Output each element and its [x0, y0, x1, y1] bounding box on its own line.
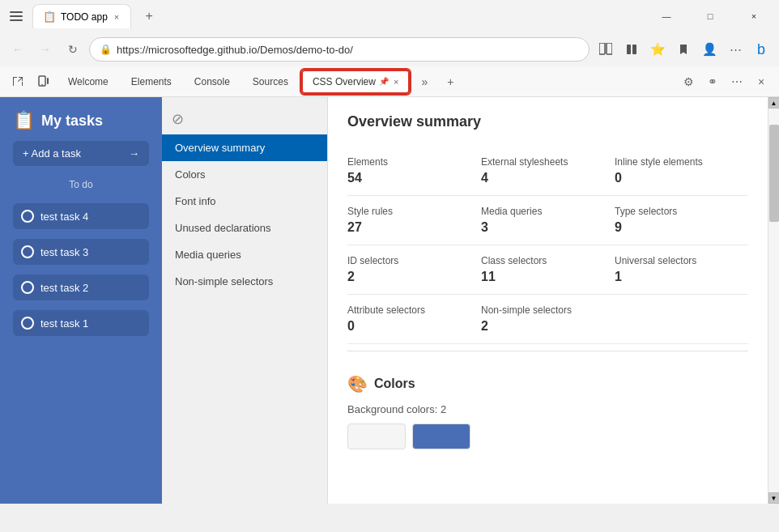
stat-class-selectors: Class selectors 11: [481, 245, 615, 295]
more-devtools-tabs-button[interactable]: »: [413, 70, 436, 93]
sidebar-toggle-icon[interactable]: [6, 6, 26, 26]
svg-rect-1: [10, 15, 23, 17]
svg-rect-4: [607, 43, 612, 54]
devtools-content: ⊘ Overview summary Colors Font info Unus…: [162, 97, 779, 504]
devtools-bar: Welcome Elements Console Sources CSS Ove…: [0, 66, 779, 97]
title-bar-left: [6, 6, 26, 26]
colors-section-title: Colors: [374, 377, 415, 391]
devtools-tab-welcome[interactable]: Welcome: [58, 70, 118, 94]
devtools-connect-button[interactable]: ⚭: [701, 70, 724, 93]
colors-section: 🎨 Colors Background colors: 2: [347, 364, 748, 449]
devtools-settings-button[interactable]: ⚙: [677, 70, 700, 93]
minimize-button[interactable]: —: [648, 4, 685, 28]
url-text: https://microsoftedge.github.io/Demos/de…: [117, 44, 353, 56]
task-checkbox-3[interactable]: [21, 245, 34, 258]
svg-point-9: [41, 83, 43, 85]
right-scrollbar[interactable]: ▲ ▼: [768, 97, 779, 504]
task-checkbox-1[interactable]: [21, 317, 34, 330]
stat-attribute-selectors: Attribute selectors 0: [347, 295, 481, 344]
devtools-tab-console[interactable]: Console: [185, 70, 240, 94]
add-task-arrow: →: [129, 147, 139, 160]
stat-media-queries: Media queries 3: [481, 196, 615, 245]
task-item-2[interactable]: test task 2: [13, 275, 149, 300]
browser-tab[interactable]: 📋 TODO app ×: [32, 4, 131, 28]
maximize-button[interactable]: □: [692, 4, 729, 28]
devtools-inspect-icon[interactable]: [6, 70, 29, 93]
stat-type-selectors: Type selectors 9: [615, 196, 748, 245]
nav-item-font-info[interactable]: Font info: [162, 188, 327, 215]
stat-external-stylesheets: External stylesheets 4: [481, 147, 615, 196]
palette-icon: 🎨: [347, 374, 368, 394]
add-devtools-tab-button[interactable]: +: [439, 70, 462, 93]
task-checkbox-2[interactable]: [21, 281, 34, 294]
reading-view-icon[interactable]: [620, 38, 643, 61]
devtools-tab-css-overview[interactable]: CSS Overview 📌 ×: [301, 70, 410, 94]
bing-icon[interactable]: b: [750, 38, 773, 61]
svg-rect-3: [599, 43, 605, 54]
task-item-4[interactable]: test task 4: [13, 203, 149, 229]
forward-button[interactable]: →: [34, 38, 57, 61]
collections-icon[interactable]: [672, 38, 695, 61]
tab-favicon: 📋: [43, 11, 56, 23]
bg-colors-label: Background colors: 2: [347, 403, 748, 415]
stat-empty: [615, 295, 748, 344]
extensions-icon[interactable]: ⋯: [724, 38, 747, 61]
color-swatch-2[interactable]: [412, 423, 470, 449]
profile-icon[interactable]: 👤: [698, 38, 721, 61]
devtools-tab-sources[interactable]: Sources: [243, 70, 298, 94]
scrollbar-down-button[interactable]: ▼: [768, 492, 780, 504]
app-title: 📋 My tasks: [13, 110, 149, 131]
split-screen-icon[interactable]: [594, 38, 617, 61]
task-label-1: test task 1: [40, 317, 88, 330]
lock-icon: 🔒: [100, 44, 112, 55]
task-label-4: test task 4: [40, 211, 88, 223]
add-task-label: + Add a task: [23, 147, 81, 160]
task-checkbox-4[interactable]: [21, 210, 34, 223]
task-item-1[interactable]: test task 1: [13, 310, 149, 336]
devtools-device-icon[interactable]: [32, 70, 55, 93]
color-swatch-1[interactable]: [347, 423, 406, 449]
tab-label: TODO app: [61, 11, 108, 23]
devtools-more-button[interactable]: ⋯: [726, 70, 748, 93]
main-layout: 📋 My tasks + Add a task → To do test tas…: [0, 97, 779, 504]
no-icon-bar: ⊘: [162, 104, 327, 134]
stat-elements: Elements 54: [347, 147, 481, 196]
task-label-3: test task 3: [40, 246, 88, 258]
address-bar: ← → ↻ 🔒 https://microsoftedge.github.io/…: [0, 32, 779, 66]
close-tab-button[interactable]: ×: [113, 11, 121, 23]
colors-header: 🎨 Colors: [347, 374, 748, 394]
nav-item-non-simple-selectors[interactable]: Non-simple selectors: [162, 268, 327, 295]
svg-rect-2: [10, 19, 23, 21]
no-recordings-icon: ⊘: [172, 111, 184, 127]
add-task-button[interactable]: + Add a task →: [13, 141, 149, 166]
devtools-close-button[interactable]: ×: [750, 70, 773, 93]
stat-universal-selectors: Universal selectors 1: [615, 245, 748, 295]
scrollbar-up-button[interactable]: ▲: [768, 97, 780, 109]
refresh-button[interactable]: ↻: [62, 38, 84, 61]
favorites-icon[interactable]: ⭐: [646, 38, 669, 61]
title-bar: 📋 TODO app × + — □ ×: [0, 0, 779, 32]
nav-item-media-queries[interactable]: Media queries: [162, 241, 327, 268]
devtools-right-icons: ⚙ ⚭ ⋯ ×: [677, 70, 773, 93]
back-button[interactable]: ←: [6, 38, 29, 61]
overview-title: Overview summary: [347, 113, 748, 130]
app-sidebar: 📋 My tasks + Add a task → To do test tas…: [0, 97, 162, 504]
nav-item-colors[interactable]: Colors: [162, 161, 327, 188]
stat-id-selectors: ID selectors 2: [347, 245, 481, 295]
close-devtools-tab-button[interactable]: ×: [394, 77, 398, 87]
url-bar[interactable]: 🔒 https://microsoftedge.github.io/Demos/…: [89, 37, 590, 62]
devtools-tab-elements[interactable]: Elements: [121, 70, 181, 94]
nav-item-overview-summary[interactable]: Overview summary: [162, 134, 327, 161]
stat-style-rules: Style rules 27: [347, 196, 481, 245]
nav-item-unused-declarations[interactable]: Unused declarations: [162, 215, 327, 241]
overview-panel: Overview summary Elements 54 External st…: [328, 97, 768, 504]
scrollbar-track: [768, 109, 780, 492]
color-swatches: [347, 423, 748, 449]
app-title-icon: 📋: [13, 110, 35, 131]
section-title: To do: [13, 179, 149, 190]
toolbar-icons: ⭐ 👤 ⋯ b: [594, 38, 773, 61]
new-tab-button[interactable]: +: [138, 5, 160, 28]
close-button[interactable]: ×: [735, 4, 773, 28]
task-item-3[interactable]: test task 3: [13, 239, 149, 265]
scrollbar-thumb[interactable]: [769, 125, 779, 222]
